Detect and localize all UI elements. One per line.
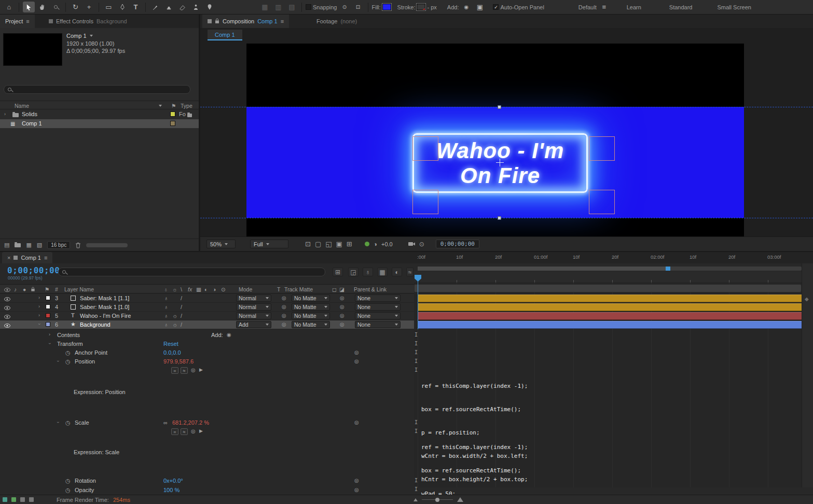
project-search-input[interactable]: [14, 87, 186, 93]
zoom-in-mountain-icon[interactable]: [457, 497, 463, 502]
eye-column-icon[interactable]: [4, 287, 10, 293]
resolution-dropdown[interactable]: Full: [250, 240, 288, 248]
mask-visibility-icon[interactable]: ⊞: [347, 241, 352, 247]
stopwatch-icon[interactable]: ◷: [65, 478, 71, 484]
cache-status-icon[interactable]: [20, 497, 25, 502]
graph-editor-icon[interactable]: ≈: [406, 268, 414, 276]
layer-name[interactable]: Saber: Mask 1 [1.0]: [80, 304, 129, 310]
stopwatch-icon[interactable]: ◷: [65, 359, 71, 365]
column-header-preserve-transparency[interactable]: T: [277, 286, 280, 292]
horizontal-scrollbar[interactable]: [86, 243, 128, 247]
panel-menu-icon[interactable]: ≡: [281, 19, 284, 24]
expand-arrow-icon[interactable]: ›: [38, 304, 40, 309]
collapse-switch-icon[interactable]: ☼: [172, 322, 177, 328]
audio-column-icon[interactable]: ♪: [14, 286, 17, 292]
blend-mode-dropdown[interactable]: Add: [236, 321, 271, 328]
timeline-zoom-slider[interactable]: [422, 499, 453, 500]
clone-stamp-tool-icon[interactable]: [163, 2, 175, 12]
expression-scale-toolbar[interactable]: = ≈ ◎ ▶: [0, 427, 414, 436]
timeline-search-input[interactable]: [68, 269, 321, 275]
brush-tool-icon[interactable]: [149, 2, 161, 12]
property-row-contents[interactable]: › Contents Add: ◉: [0, 331, 414, 340]
expression-graph-icon[interactable]: ≈: [181, 367, 188, 374]
pickwhip-icon[interactable]: ◎: [354, 359, 359, 364]
preview-status-icon[interactable]: [11, 497, 16, 502]
new-composition-icon[interactable]: ▦: [26, 242, 31, 248]
multi-frame-render-icon[interactable]: [29, 497, 34, 502]
pickwhip-icon[interactable]: ◎: [354, 420, 359, 425]
render-status-icon[interactable]: [3, 497, 7, 502]
trash-icon[interactable]: [75, 242, 81, 248]
saber-glow-box[interactable]: Wahoo - I'm On Fire: [412, 133, 588, 193]
selection-handle-bottom[interactable]: [498, 216, 501, 220]
region-of-interest-icon[interactable]: ◱: [325, 241, 332, 247]
add-contents-icon[interactable]: ◉: [227, 332, 231, 338]
label-color-swatch[interactable]: [46, 322, 50, 327]
expression-language-menu-icon[interactable]: ▶: [199, 368, 203, 372]
work-area-end-handle[interactable]: [666, 267, 670, 271]
motion-blur-icon[interactable]: ◐: [392, 268, 402, 276]
stopwatch-icon[interactable]: ◷: [65, 420, 71, 426]
collapse-switch-icon[interactable]: ☼: [172, 313, 177, 319]
matte-toggle-icon[interactable]: ◎: [282, 304, 286, 310]
stopwatch-icon[interactable]: ◷: [65, 487, 71, 493]
tab-effect-controls[interactable]: Effect Controls Background: [44, 15, 132, 28]
label-color-swatch[interactable]: [46, 304, 50, 309]
quality-switch-icon[interactable]: /: [181, 322, 182, 328]
rotate-tool-icon[interactable]: ↻: [70, 2, 81, 12]
property-row-anchor-point[interactable]: ◷ Anchor Point 0.0,0.0 ◎: [0, 348, 414, 357]
layer-row-4[interactable]: › 4 Saber: Mask 1 [1.0] ♁ / Normal ◎ No …: [0, 303, 414, 312]
layer-row-5[interactable]: › 5 T Wahoo - I'm On Fire ♁ ☼ / Normal ◎…: [0, 312, 414, 320]
collapse-arrow-icon[interactable]: ›: [56, 360, 60, 362]
shy-switch-icon[interactable]: ♁: [164, 304, 168, 310]
label-color-swatch[interactable]: [46, 313, 50, 318]
snapping-checkbox[interactable]: [306, 4, 311, 10]
blend-mode-dropdown[interactable]: Normal: [236, 303, 271, 311]
label-color-swatch[interactable]: [46, 296, 50, 300]
roto-brush-tool-icon[interactable]: [190, 2, 202, 12]
tab-footage[interactable]: Footage (none): [311, 15, 362, 28]
pickwhip-icon[interactable]: ◎: [340, 304, 345, 310]
parent-dropdown[interactable]: None: [355, 321, 401, 328]
lock-column-icon[interactable]: [31, 287, 35, 293]
safe-margins-icon[interactable]: ⊡: [305, 241, 311, 247]
zoom-out-mountain-icon[interactable]: [414, 498, 418, 501]
switch-adjustment-icon[interactable]: ◑: [213, 286, 216, 292]
layer-row-3[interactable]: › 3 Saber: Mask 1 [1.1] ♁ / Normal ◎ No …: [0, 294, 414, 303]
track-matte-dropdown[interactable]: No Matte: [292, 303, 330, 311]
selection-handle-top[interactable]: [498, 105, 501, 109]
shy-switch-icon[interactable]: ♁: [164, 313, 168, 319]
expression-pickwhip-icon[interactable]: ◎: [191, 368, 196, 373]
exposure-value[interactable]: +0.0: [381, 241, 393, 247]
expression-position-toolbar[interactable]: = ≈ ◎ ▶: [0, 366, 414, 375]
new-folder-icon[interactable]: [15, 243, 21, 247]
workspace-menu-icon[interactable]: ≡: [598, 2, 610, 12]
snap-option2-icon[interactable]: ⊡: [352, 2, 364, 12]
expression-pickwhip-icon[interactable]: ◎: [191, 429, 196, 434]
blend-mode-dropdown[interactable]: Normal: [236, 295, 271, 302]
stopwatch-icon[interactable]: ◷: [65, 350, 71, 356]
time-navigator-bar[interactable]: [414, 284, 802, 292]
rectangle-tool-icon[interactable]: ▭: [103, 2, 115, 12]
matte-toggle-icon[interactable]: ◻: [332, 286, 337, 292]
selection-tool-icon[interactable]: [23, 2, 35, 12]
current-timecode[interactable]: 0;00;00;00: [7, 265, 60, 275]
panel-toggle-icon[interactable]: ▣: [474, 2, 486, 12]
timeline-vertical-scrollbar[interactable]: ◆: [802, 263, 813, 487]
snapshot-camera-icon[interactable]: [408, 241, 415, 247]
workspace-small-screen-button[interactable]: Small Screen: [718, 4, 751, 10]
axis-mode-world-icon[interactable]: ▥: [272, 2, 284, 12]
layer-row-6-selected[interactable]: › 6 ★ Background ♁ ☼ / Add ◎ No Matte ◎ …: [0, 320, 414, 329]
pan-behind-tool-icon[interactable]: +: [83, 2, 95, 12]
pickwhip-icon[interactable]: ◎: [354, 478, 359, 483]
column-header-mode[interactable]: Mode: [239, 286, 252, 292]
anchor-point-value[interactable]: 0.0,0.0: [163, 349, 181, 356]
viewer-timecode[interactable]: 0;00;00;00: [436, 240, 479, 248]
stroke-width-value[interactable]: - px: [427, 4, 436, 10]
property-row-scale[interactable]: › ◷ Scale ∞ 681.2,207.2 % ◎: [0, 418, 414, 427]
label-column-icon[interactable]: ⚑: [45, 286, 49, 292]
scale-value[interactable]: 681.2,207.2 %: [172, 419, 209, 426]
pickwhip-icon[interactable]: ◎: [340, 313, 345, 318]
pickwhip-icon[interactable]: ◎: [340, 322, 345, 327]
show-snapshot-icon[interactable]: ⊙: [419, 241, 424, 247]
